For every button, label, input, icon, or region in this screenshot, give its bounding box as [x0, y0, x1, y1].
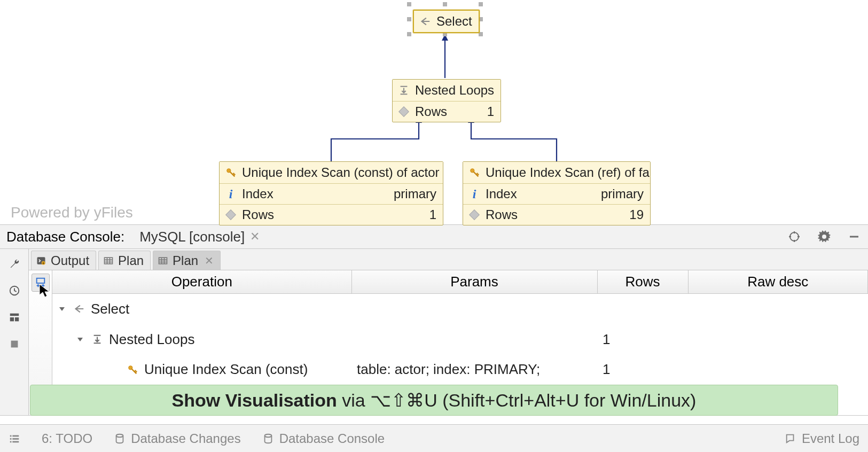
status-label: Database Changes: [131, 431, 240, 446]
console-tab-mysql[interactable]: MySQL [console] ✕: [139, 229, 260, 245]
tab-output[interactable]: Output: [31, 251, 96, 270]
tip-strong: Show Visualisation: [172, 390, 337, 410]
cell-params: table: actor; index: PRIMARY;: [351, 355, 597, 385]
status-todo[interactable]: 6: TODO: [42, 431, 92, 446]
svg-point-23: [264, 434, 271, 437]
query-plan-graph[interactable]: Select Nested Loops Rows 1 Unique Index …: [0, 0, 868, 224]
tab-label: Plan: [173, 253, 198, 268]
status-event-log[interactable]: Event Log: [785, 431, 859, 446]
download-icon: [91, 333, 104, 345]
chevron-down-icon[interactable]: [58, 305, 67, 313]
grid-icon: [158, 255, 168, 266]
history-button[interactable]: [7, 283, 22, 298]
node-label: Select: [436, 14, 472, 29]
cell-params: [351, 324, 597, 355]
console-titlebar: Database Console: MySQL [console] ✕: [0, 224, 868, 249]
node-attr-val: 1: [487, 104, 494, 119]
th-rows[interactable]: Rows: [597, 270, 688, 294]
svg-point-22: [116, 434, 123, 437]
cell-raw: [688, 324, 868, 355]
node-label: Nested Loops: [415, 83, 494, 98]
arrow-left-icon: [419, 15, 431, 27]
op-label: Unique Index Scan (const): [144, 361, 308, 378]
cell-raw: [688, 294, 868, 324]
status-db-console[interactable]: Database Console: [262, 431, 385, 446]
status-label: Database Console: [279, 431, 385, 446]
close-icon[interactable]: ✕: [205, 254, 214, 267]
key-icon: [126, 364, 139, 376]
arrow-left-icon: [73, 303, 85, 315]
cell-params: [351, 294, 597, 324]
tab-label: Output: [51, 253, 89, 268]
th-operation[interactable]: Operation: [52, 270, 351, 294]
svg-rect-20: [12, 438, 19, 440]
table-row[interactable]: Nested Loops1: [52, 324, 868, 355]
terminal-icon: [36, 255, 46, 266]
status-db-changes[interactable]: Database Changes: [114, 431, 240, 446]
svg-rect-17: [10, 438, 12, 440]
node-attr-val: 19: [629, 207, 644, 222]
graph-node-scan-actor[interactable]: Unique Index Scan (const) of actor i Ind…: [219, 161, 443, 225]
th-raw[interactable]: Raw desc: [688, 270, 868, 294]
graph-node-nested-loops[interactable]: Nested Loops Rows 1: [392, 79, 501, 122]
status-label: Event Log: [802, 431, 859, 446]
svg-rect-18: [10, 441, 12, 442]
svg-rect-21: [12, 441, 19, 442]
svg-rect-6: [10, 317, 13, 321]
cell-rows: [597, 294, 688, 324]
svg-point-3: [790, 232, 799, 241]
inner-tabs: Output Plan Plan ✕: [29, 249, 868, 270]
cursor-pointer-icon: [38, 283, 50, 298]
tip-rest: via ⌥⇧⌘U (Shift+Ctrl+Alt+U for Win/Linux…: [337, 390, 697, 410]
target-button[interactable]: [787, 229, 802, 244]
node-attr-val: primary: [601, 186, 644, 201]
table-row[interactable]: Select: [52, 294, 868, 324]
graph-node-scan-fa[interactable]: Unique Index Scan (ref) of fa i Index pr…: [463, 161, 651, 225]
node-attr-key: Rows: [415, 104, 447, 119]
svg-rect-7: [14, 317, 18, 321]
chevron-down-icon[interactable]: [76, 335, 85, 344]
th-params[interactable]: Params: [351, 270, 597, 294]
svg-rect-13: [36, 278, 44, 283]
svg-rect-5: [10, 314, 19, 316]
layout-button[interactable]: [7, 310, 22, 325]
info-icon: i: [468, 188, 480, 200]
tip-banner: Show Visualisation via ⌥⇧⌘U (Shift+Ctrl+…: [30, 385, 838, 416]
console-title: Database Console:: [6, 229, 124, 245]
close-icon[interactable]: ✕: [250, 230, 260, 244]
table-row[interactable]: Unique Index Scan (const)table: actor; i…: [52, 355, 868, 385]
op-label: Nested Loops: [109, 331, 194, 348]
key-icon: [225, 167, 237, 178]
svg-rect-12: [159, 258, 167, 264]
wrench-button[interactable]: [7, 256, 22, 271]
minimize-button[interactable]: [847, 229, 862, 244]
svg-rect-8: [11, 341, 18, 348]
status-label: 6: TODO: [42, 431, 92, 446]
node-label: Unique Index Scan (const) of actor: [242, 165, 440, 180]
op-label: Select: [91, 301, 129, 317]
status-list-button[interactable]: [9, 433, 20, 445]
svg-rect-16: [10, 435, 12, 437]
download-icon: [398, 84, 410, 96]
tab-plan-1[interactable]: Plan: [98, 251, 151, 270]
stop-button[interactable]: [7, 337, 22, 352]
node-attr-key: Rows: [486, 207, 518, 222]
grid-icon: [103, 255, 114, 266]
cell-rows: 1: [597, 355, 688, 385]
cell-rows: 1: [597, 324, 688, 355]
cell-raw: [688, 355, 868, 385]
diamond-icon: [225, 209, 237, 221]
node-attr-val: primary: [394, 186, 436, 201]
tab-plan-2[interactable]: Plan ✕: [153, 251, 221, 270]
key-icon: [468, 167, 480, 178]
gear-button[interactable]: [817, 229, 832, 244]
node-attr-key: Index: [242, 186, 273, 201]
graph-node-select[interactable]: Select: [413, 10, 480, 33]
node-attr-val: 1: [429, 207, 436, 222]
info-icon: i: [225, 188, 237, 200]
node-attr-key: Index: [486, 186, 517, 201]
status-bar: 6: TODO Database Changes Database Consol…: [0, 424, 868, 452]
tool-gutter: [0, 249, 29, 415]
tab-label: Plan: [118, 253, 144, 268]
tab-label: MySQL [console]: [139, 229, 245, 245]
